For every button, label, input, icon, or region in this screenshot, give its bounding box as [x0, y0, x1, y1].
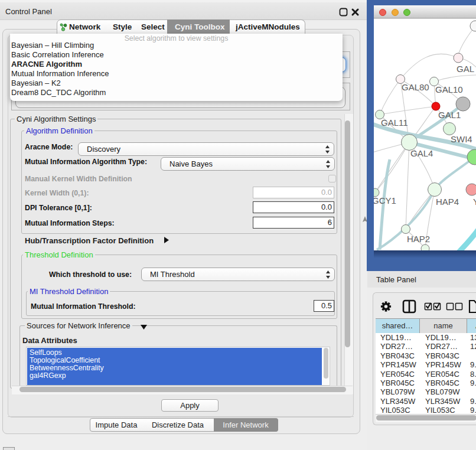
- svg-text:Y: Y: [473, 197, 476, 207]
- svg-text:GAL4: GAL4: [410, 148, 433, 158]
- svg-text:SWI4: SWI4: [451, 134, 472, 144]
- svg-text:HAP2: HAP2: [407, 234, 430, 244]
- svg-text:GAL11: GAL11: [381, 118, 408, 128]
- svg-text:GAL: GAL: [457, 64, 474, 74]
- svg-text:GAL10: GAL10: [435, 84, 463, 94]
- svg-text:HAP4: HAP4: [436, 197, 459, 207]
- svg-text:GAL80: GAL80: [402, 82, 429, 92]
- svg-text:GCY1: GCY1: [374, 195, 396, 206]
- svg-text:GAL1: GAL1: [438, 110, 461, 120]
